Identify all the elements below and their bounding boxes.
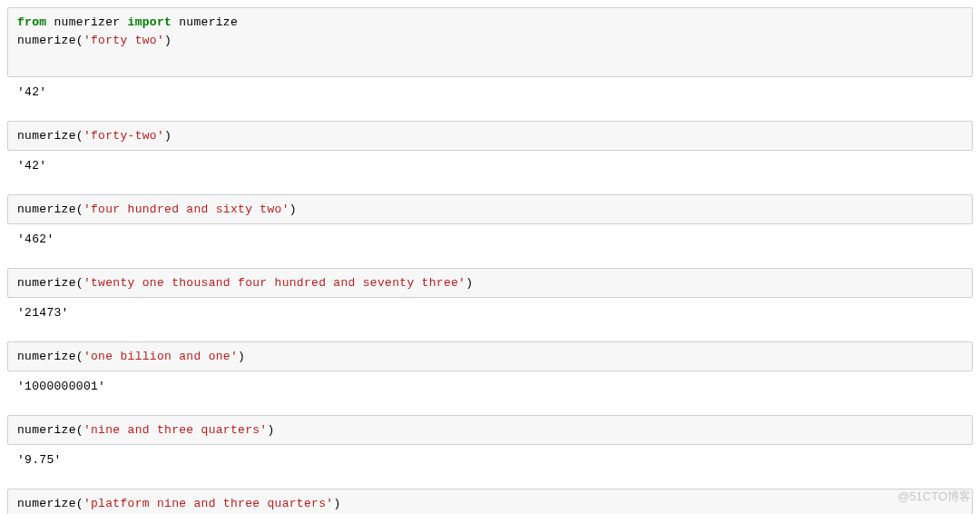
code-output-cell: '42': [7, 151, 973, 182]
code-token: ): [289, 203, 297, 216]
code-token: numerize: [17, 423, 76, 437]
code-token: 'twenty one thousand four hundred and se…: [83, 276, 466, 290]
code-token: numerize: [179, 15, 238, 29]
code-input-cell: from numerizer import numerize numerize(…: [7, 7, 973, 77]
code-input-cell: numerize('one billion and one'): [7, 341, 973, 372]
code-token: ): [466, 276, 473, 290]
code-output-cell: '1000000001': [7, 371, 973, 402]
code-token: ): [238, 350, 245, 363]
code-token: 'one billion and one': [83, 350, 238, 363]
watermark-text: @51CTO博客: [897, 488, 971, 506]
code-input-cell: numerize('forty-two'): [7, 121, 973, 152]
notebook-cells: from numerizer import numerize numerize(…: [7, 7, 973, 514]
code-input-cell: numerize('twenty one thousand four hundr…: [7, 268, 973, 299]
code-input-cell: numerize('nine and three quarters'): [7, 415, 973, 446]
code-token: import: [128, 15, 180, 29]
code-token: (: [76, 276, 83, 290]
code-token: ): [164, 129, 172, 143]
code-token: 'nine and three quarters': [83, 423, 268, 437]
code-token: numerize: [17, 129, 76, 143]
code-token: (: [76, 350, 83, 363]
code-token: (: [76, 423, 83, 437]
code-output-cell: '42': [7, 77, 973, 108]
code-token: from: [17, 15, 54, 29]
code-token: numerize: [17, 497, 76, 510]
code-token: numerize: [17, 203, 76, 216]
code-output-cell: '9.75': [7, 445, 973, 476]
code-token: 'forty-two': [83, 129, 164, 143]
code-token: 'forty two': [83, 34, 164, 47]
code-input-cell: numerize('platform nine and three quarte…: [7, 489, 973, 515]
code-token: numerize: [17, 34, 76, 47]
code-token: 'four hundred and sixty two': [83, 203, 289, 216]
code-token: ): [333, 497, 340, 510]
code-token: ): [164, 34, 172, 47]
code-output-cell: '21473': [7, 298, 973, 329]
code-token: ): [267, 423, 274, 437]
code-token: numerize: [17, 276, 76, 290]
code-token: numerize: [17, 350, 76, 363]
code-token: (: [76, 129, 83, 143]
code-token: (: [76, 203, 83, 216]
code-token: 'platform nine and three quarters': [83, 497, 333, 510]
code-input-cell: numerize('four hundred and sixty two'): [7, 194, 973, 225]
code-token: (: [76, 34, 83, 47]
code-token: (: [76, 497, 83, 510]
code-output-cell: '462': [7, 224, 973, 255]
code-token: numerizer: [54, 15, 128, 29]
